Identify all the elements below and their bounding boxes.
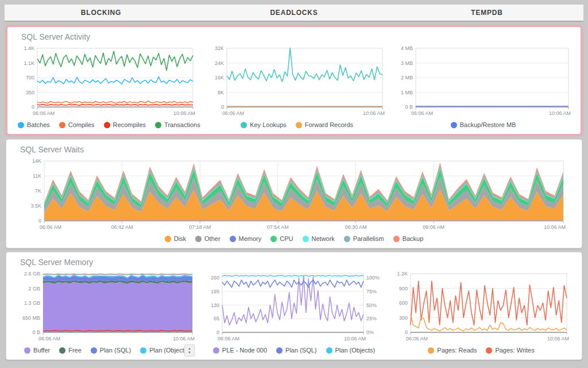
legend-dot-icon: [270, 236, 277, 242]
chart-key-lookups[interactable]: 08K16K24K32K06:06 AM10:06 AM: [207, 45, 387, 117]
legend-dot-icon: [59, 122, 65, 128]
legend-backup-restore: Backup/Restore MB: [394, 117, 573, 132]
svg-text:2.6 GB: 2.6 GB: [24, 271, 40, 277]
svg-text:0 B: 0 B: [32, 329, 40, 335]
legend-label: Backup: [403, 235, 424, 242]
chart-cell-pages: 03006009001.2K06:06 AM10:06 AM Pages: Re…: [391, 270, 571, 358]
legend-item-pages-writes[interactable]: Pages: Writes: [486, 347, 534, 354]
stepper-up-icon[interactable]: ▲: [188, 347, 191, 351]
svg-text:16K: 16K: [215, 75, 224, 80]
chart-pages[interactable]: 03006009001.2K06:06 AM10:06 AM: [391, 270, 571, 343]
legend-item-other[interactable]: Other: [195, 235, 220, 242]
legend-dot-icon: [326, 347, 332, 354]
legend-dot-icon: [59, 347, 65, 354]
svg-text:7K: 7K: [35, 188, 41, 194]
legend-item-pages-reads[interactable]: Pages: Reads: [428, 347, 477, 354]
chart-backup-restore[interactable]: 0 B1 MB2 MB3 MB4 MB06:06 AM10:06 AM: [394, 45, 573, 117]
svg-text:195: 195: [211, 289, 219, 294]
svg-text:8K: 8K: [218, 90, 224, 95]
chart-backup-restore-svg: 0 B1 MB2 MB3 MB4 MB06:06 AM10:06 AM: [394, 45, 573, 117]
svg-text:260: 260: [211, 275, 219, 281]
chart-waits[interactable]: 03.5K7K11K14K06:06 AM06:42 AM07:18 AM07:…: [19, 158, 569, 231]
legend-item-plan-objects[interactable]: Plan (Objects): [326, 347, 376, 354]
svg-text:3 MB: 3 MB: [401, 60, 413, 66]
legend-dot-icon: [428, 347, 434, 354]
chart-cell-ple: 0651301952600%25%50%75%100%06:06 AM10:06…: [204, 270, 384, 358]
svg-text:09:06 AM: 09:06 AM: [423, 224, 444, 230]
legend-dot-icon: [165, 236, 171, 242]
legend-item-recompiles[interactable]: Recompiles: [104, 121, 146, 128]
legend-dot-icon: [296, 122, 302, 128]
legend-label: Plan (SQL): [285, 347, 316, 354]
stepper-down-icon[interactable]: ▼: [188, 351, 191, 355]
svg-text:75%: 75%: [366, 289, 377, 294]
legend-item-plan-sql[interactable]: Plan (SQL): [91, 347, 131, 354]
legend-item-transactions[interactable]: Transactions: [155, 121, 200, 128]
legend-label: Plan (SQL): [100, 347, 131, 354]
legend-dot-icon: [344, 236, 350, 242]
dashboard: BLOCKING DEADLOCKS TEMPDB SQL Server Act…: [5, 5, 583, 360]
legend-item-backup-restore-mb[interactable]: Backup/Restore MB: [451, 121, 516, 128]
svg-text:25%: 25%: [366, 316, 377, 321]
legend-dot-icon: [393, 236, 400, 242]
svg-text:0: 0: [216, 329, 219, 335]
tab-tempdb[interactable]: TEMPDB: [390, 5, 583, 21]
legend-item-backup[interactable]: Backup: [393, 235, 424, 242]
legend-dot-icon: [230, 236, 236, 242]
legend-item-cpu[interactable]: CPU: [270, 235, 293, 242]
legend-item-plan-sql[interactable]: Plan (SQL): [276, 347, 316, 354]
svg-text:24K: 24K: [215, 60, 224, 66]
legend-dot-icon: [195, 236, 202, 242]
legend-item-plan-objects[interactable]: Plan (Objects): [140, 347, 189, 354]
svg-text:06:06 AM: 06:06 AM: [406, 336, 428, 342]
chart-memory-areas[interactable]: 0 B650 MB1.3 GB2 GB2.6 GB06:06 AM10:06 A…: [17, 270, 197, 343]
legend-item-memory[interactable]: Memory: [230, 235, 262, 242]
svg-text:06:06 AM: 06:06 AM: [33, 110, 55, 116]
svg-text:06:06 AM: 06:06 AM: [411, 110, 433, 116]
legend-dot-icon: [241, 122, 247, 128]
svg-text:11K: 11K: [33, 173, 41, 179]
svg-text:300: 300: [399, 315, 408, 321]
legend-item-batches[interactable]: Batches: [18, 121, 50, 128]
svg-text:350: 350: [26, 90, 34, 95]
legend-item-free[interactable]: Free: [59, 347, 82, 354]
svg-text:08:30 AM: 08:30 AM: [345, 224, 366, 230]
legend-label: Memory: [239, 235, 262, 242]
panel-sql-server-memory: SQL Server Memory 0 B650 MB1.3 GB2 GB2.6…: [6, 252, 582, 360]
legend-dot-icon: [486, 347, 492, 354]
chart-memory-areas-svg: 0 B650 MB1.3 GB2 GB2.6 GB06:06 AM10:06 A…: [17, 270, 197, 343]
legend-item-compiles[interactable]: Compiles: [59, 121, 95, 128]
legend-item-forward-records[interactable]: Forward Records: [296, 121, 353, 128]
svg-text:0 B: 0 B: [405, 104, 413, 110]
legend-label: Free: [68, 347, 82, 354]
chart-cell-key-lookups: 08K16K24K32K06:06 AM10:06 AM Key Lookups…: [207, 45, 387, 132]
legend-item-buffer[interactable]: Buffer: [24, 347, 50, 354]
legend-label: Plan (Objects): [335, 347, 376, 354]
legend-label: Disk: [174, 235, 186, 242]
svg-text:600: 600: [399, 300, 408, 306]
svg-text:1.3 GB: 1.3 GB: [24, 300, 40, 306]
chart-cell-waits: 03.5K7K11K14K06:06 AM06:42 AM07:18 AM07:…: [19, 158, 569, 246]
tab-deadlocks[interactable]: DEADLOCKS: [198, 5, 390, 21]
chart-activity-rates[interactable]: 03507001.1K1.4K06:06 AM10:06 AM: [18, 45, 200, 117]
svg-text:07:18 AM: 07:18 AM: [189, 224, 211, 230]
svg-text:06:06 AM: 06:06 AM: [40, 224, 61, 230]
legend-item-ple-node-000[interactable]: PLE - Node 000: [213, 347, 267, 354]
tab-blocking[interactable]: BLOCKING: [5, 5, 198, 21]
svg-text:650 MB: 650 MB: [22, 315, 40, 321]
legend-waits: DiskOtherMemoryCPUNetworkParallelismBack…: [19, 231, 569, 246]
legend-dot-icon: [303, 236, 309, 242]
legend-item-network[interactable]: Network: [303, 235, 335, 242]
legend-item-disk[interactable]: Disk: [165, 235, 186, 242]
svg-text:10:06 AM: 10:06 AM: [549, 110, 571, 116]
svg-text:1.1K: 1.1K: [24, 60, 34, 66]
legend-label: Compiles: [68, 121, 95, 128]
svg-text:10:06 AM: 10:06 AM: [363, 110, 385, 116]
svg-text:0%: 0%: [366, 329, 374, 335]
legend-memory-areas: ▲▼ BufferFreePlan (SQL)Plan (Objects): [17, 343, 197, 358]
chart-ple[interactable]: 0651301952600%25%50%75%100%06:06 AM10:06…: [204, 270, 384, 343]
legend-scroll-stepper[interactable]: ▲▼: [184, 344, 195, 356]
legend-item-key-lookups[interactable]: Key Lookups: [241, 121, 287, 128]
legend-item-parallelism[interactable]: Parallelism: [344, 235, 384, 242]
chart-cell-backup-restore: 0 B1 MB2 MB3 MB4 MB06:06 AM10:06 AM Back…: [394, 45, 573, 132]
